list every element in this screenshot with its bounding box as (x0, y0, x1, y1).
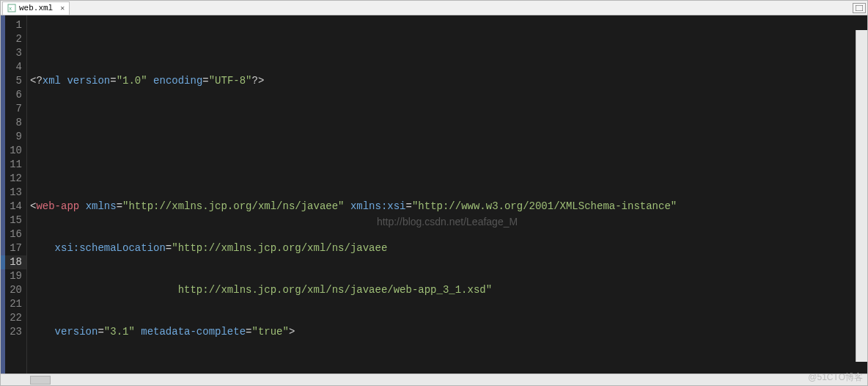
watermark-text: http://blog.csdn.net/Leafage_M (27, 215, 867, 229)
code-area[interactable]: http://blog.csdn.net/Leafage_M <?xml ver… (27, 15, 867, 374)
code-line (27, 158, 867, 172)
code-line: <?xml version="1.0" encoding="UTF-8"?> (27, 74, 867, 88)
xml-file-icon: x (7, 4, 16, 12)
close-icon[interactable]: ✕ (60, 4, 65, 12)
scrollbar-thumb[interactable] (30, 376, 51, 385)
code-line: xsi:schemaLocation="http://xmlns.jcp.org… (27, 241, 867, 255)
tab-webxml[interactable]: x web.xml ✕ (2, 1, 70, 15)
credit-text: @51CTO博客 (808, 371, 863, 384)
code-line (27, 367, 867, 374)
breakpoint-bar[interactable] (1, 15, 5, 374)
vertical-scrollbar[interactable] (856, 30, 867, 362)
horizontal-scrollbar[interactable] (1, 374, 867, 385)
tab-filename: web.xml (19, 4, 53, 12)
svg-text:x: x (9, 6, 12, 12)
svg-rect-2 (856, 5, 863, 11)
code-line: version="3.1" metadata-complete="true"> (27, 325, 867, 339)
editor-window: x web.xml ✕ 1234567891011121314151617181… (0, 0, 868, 386)
code-line: <web-app xmlns="http://xmlns.jcp.org/xml… (27, 200, 867, 214)
code-line: http://xmlns.jcp.org/xml/ns/javaee/web-a… (27, 283, 867, 297)
code-line (27, 116, 867, 130)
maximize-icon (856, 5, 863, 11)
code-editor[interactable]: 1234567891011121314151617181920212223 ht… (1, 15, 867, 374)
breakpoint-marker[interactable] (1, 255, 5, 269)
maximize-button[interactable] (853, 3, 866, 13)
tab-bar: x web.xml ✕ (1, 1, 867, 15)
